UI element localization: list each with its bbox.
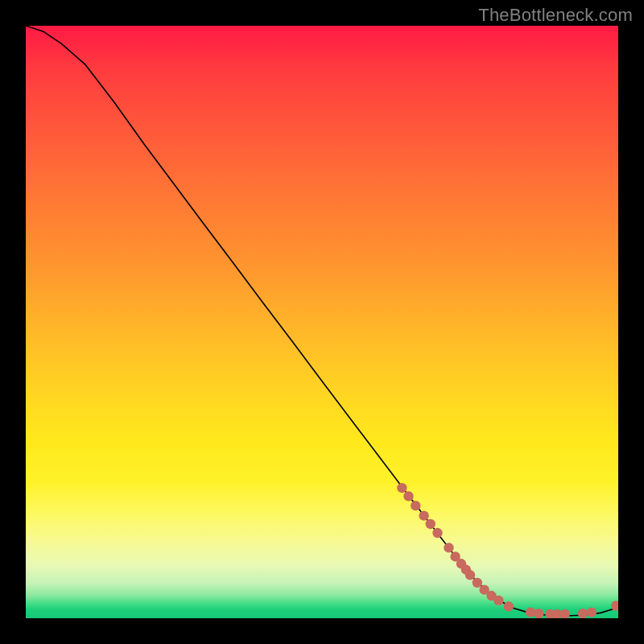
curve-marker <box>425 519 435 529</box>
plot-area <box>26 26 618 618</box>
attribution-text: TheBottleneck.com <box>478 5 633 26</box>
curve-marker <box>419 510 428 520</box>
curve-marker <box>444 543 453 552</box>
curve-marker <box>411 501 420 510</box>
curve-marker <box>465 570 475 580</box>
curve-marker <box>397 483 407 493</box>
curve-marker <box>473 578 482 588</box>
curve-marker <box>578 609 588 618</box>
curve-marker <box>534 609 543 618</box>
curve-marker <box>560 609 570 618</box>
chart-stage: TheBottleneck.com <box>0 0 644 644</box>
curve-marker <box>432 528 442 538</box>
curve-markers <box>397 483 618 618</box>
chart-svg <box>26 26 618 618</box>
curve-marker <box>493 596 503 605</box>
curve-marker <box>587 607 597 617</box>
bottleneck-curve <box>26 26 618 616</box>
curve-marker <box>504 601 514 611</box>
curve-marker <box>403 491 413 501</box>
